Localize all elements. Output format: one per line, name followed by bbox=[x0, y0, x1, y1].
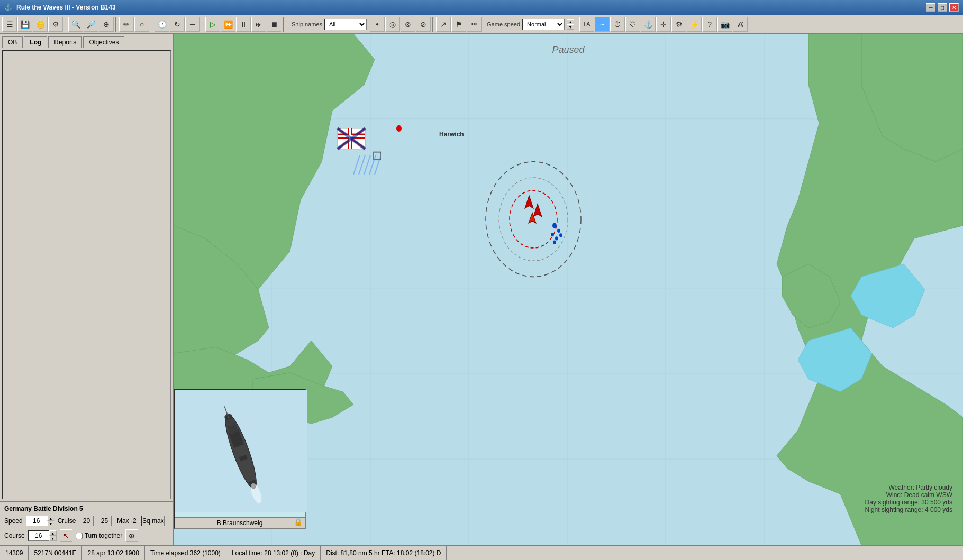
status-elapsed: Time elapsed 362 (1000) bbox=[145, 546, 226, 560]
status-date: 28 apr 13:02 1900 bbox=[82, 546, 144, 560]
status-local-time: Local time: 28 13:02 (0) : Day bbox=[226, 546, 321, 560]
print-button[interactable]: 🖨 bbox=[733, 17, 748, 32]
step-button[interactable]: ⏭ bbox=[251, 17, 266, 32]
dot-button[interactable]: ● bbox=[370, 17, 385, 32]
title-bar: ⚓ Rule the Waves III - Version B143 ─ □ … bbox=[0, 0, 963, 15]
ship-name-section: Ship names All None Selected bbox=[292, 19, 367, 30]
history-button[interactable]: ⏱ bbox=[610, 17, 625, 32]
play-button[interactable]: ▷ bbox=[205, 17, 220, 32]
maximize-button[interactable]: □ bbox=[938, 3, 947, 12]
sq-max-value: Sq max bbox=[141, 516, 165, 526]
svg-point-50 bbox=[555, 236, 558, 240]
harwich-label: Harwich bbox=[439, 131, 464, 138]
ship-names-select[interactable]: All None Selected bbox=[324, 19, 367, 30]
course-down-btn[interactable]: ▼ bbox=[49, 536, 57, 541]
course-arrow-btn[interactable]: ↖ bbox=[60, 529, 72, 542]
target-button[interactable]: ◎ bbox=[385, 17, 400, 32]
turn-together-label: Turn together bbox=[76, 532, 123, 539]
speed-label: Speed bbox=[4, 517, 23, 525]
svg-point-40 bbox=[396, 125, 402, 132]
title-text: Rule the Waves III - Version B143 bbox=[16, 4, 116, 11]
sep3 bbox=[151, 17, 153, 32]
ship-preview-name: B Braunschweig bbox=[175, 517, 305, 528]
zoom-out-button[interactable]: 🔎 bbox=[84, 17, 98, 32]
ship-preview: B Braunschweig 🔒 bbox=[174, 389, 306, 529]
speed-down-btn[interactable]: ▼ bbox=[567, 24, 574, 30]
info-overlay: Weather: Partly cloudy Wind: Dead calm W… bbox=[865, 484, 952, 513]
app-icon: ⚓ bbox=[4, 4, 12, 11]
circle-button[interactable]: ○ bbox=[134, 17, 149, 32]
tab-log[interactable]: Log bbox=[24, 36, 47, 48]
title-bar-left: ⚓ Rule the Waves III - Version B143 bbox=[4, 4, 116, 11]
save-button[interactable]: 💾 bbox=[17, 17, 32, 32]
anchor-button[interactable]: ⚓ bbox=[641, 17, 656, 32]
speed-down-btn[interactable]: ▼ bbox=[47, 521, 54, 526]
stop-button[interactable]: ⏹ bbox=[267, 17, 281, 32]
water-button[interactable]: ~ bbox=[595, 17, 610, 32]
toolbar-mid-group: ● ◎ ⊗ ⊘ ↗ ⚑ ••• bbox=[370, 17, 482, 32]
zoom-fit-button[interactable]: ⊕ bbox=[99, 17, 114, 32]
fa-button[interactable]: FA bbox=[579, 17, 594, 32]
left-panel: OB Log Reports Objectives Germany Battle… bbox=[0, 34, 174, 545]
ship-names-label: Ship names bbox=[292, 21, 322, 27]
cross-button[interactable]: ✛ bbox=[656, 17, 671, 32]
tab-ob[interactable]: OB bbox=[2, 36, 23, 48]
ff-button[interactable]: ⏩ bbox=[221, 17, 235, 32]
design-button[interactable]: ⚙ bbox=[48, 17, 63, 32]
game-speed-label: Game speed bbox=[487, 21, 520, 27]
main-area: OB Log Reports Objectives Germany Battle… bbox=[0, 34, 963, 545]
tab-objectives[interactable]: Objectives bbox=[83, 36, 124, 48]
shield-button[interactable]: 🛡 bbox=[625, 17, 640, 32]
question-button[interactable]: ? bbox=[702, 17, 717, 32]
flag-button[interactable]: ⚑ bbox=[451, 17, 466, 32]
svg-point-48 bbox=[557, 229, 560, 233]
course-up-btn[interactable]: ▲ bbox=[49, 530, 57, 536]
status-coord1: 14309 bbox=[0, 546, 29, 560]
game-speed-section: Game speed Slow Normal Fast Very Fast ▲ … bbox=[487, 19, 574, 30]
zoom-in-button[interactable]: 🔍 bbox=[68, 17, 83, 32]
course-spinners: ▲ ▼ bbox=[49, 530, 57, 541]
speed-row: Speed ▲ ▼ Cruise 20 25 Max -2 Sq max bbox=[4, 516, 169, 526]
pencil-button[interactable]: ✏ bbox=[119, 17, 134, 32]
title-bar-controls: ─ □ ✕ bbox=[926, 3, 959, 12]
max-minus-value: Max -2 bbox=[115, 516, 138, 526]
speed-input[interactable] bbox=[26, 516, 47, 526]
lock-icon: 🔒 bbox=[294, 518, 303, 526]
speed-up-btn[interactable]: ▲ bbox=[47, 516, 54, 521]
refresh-button[interactable]: ↻ bbox=[170, 17, 185, 32]
speed-up-btn[interactable]: ▲ bbox=[567, 19, 574, 24]
arrow-button[interactable]: ↗ bbox=[436, 17, 451, 32]
excl-button[interactable]: ⊘ bbox=[416, 17, 431, 32]
game-speed-select[interactable]: Slow Normal Fast Very Fast bbox=[522, 19, 565, 30]
minus-button[interactable]: ─ bbox=[185, 17, 200, 32]
pause-button[interactable]: ⏸ bbox=[236, 17, 251, 32]
target2-button[interactable]: ⊗ bbox=[401, 17, 415, 32]
course-input-wrap: ▲ ▼ bbox=[28, 530, 57, 541]
settings-button[interactable]: ⚙ bbox=[671, 17, 686, 32]
day-sight-text: Day sighting range: 30 500 yds bbox=[865, 499, 952, 506]
wind-text: Wind: Dead calm WSW bbox=[865, 491, 952, 499]
speed-spinners: ▲ ▼ bbox=[47, 516, 54, 526]
status-dist: Dist: 81,80 nm 5 hr ETA: 18:02 (18:02) D bbox=[321, 546, 447, 560]
compass-button[interactable]: ⊕ bbox=[125, 529, 138, 542]
minimize-button[interactable]: ─ bbox=[926, 3, 935, 12]
course-label: Course bbox=[4, 532, 25, 539]
status-bar: 14309 5217N 00441E 28 apr 13:02 1900 Tim… bbox=[0, 545, 963, 560]
main-menu-button[interactable]: ☰ bbox=[2, 17, 17, 32]
cruise-value: 20 bbox=[79, 516, 94, 526]
left-bottom: Germany Battle Division 5 Speed ▲ ▼ Crui… bbox=[0, 501, 173, 545]
tab-reports[interactable]: Reports bbox=[48, 36, 82, 48]
course-input[interactable] bbox=[28, 530, 49, 541]
gold-button[interactable]: 🪙 bbox=[33, 17, 48, 32]
lightning-button[interactable]: ⚡ bbox=[687, 17, 702, 32]
clock-button[interactable]: 🕐 bbox=[155, 17, 169, 32]
map-area[interactable]: Harwich Paused bbox=[174, 34, 963, 545]
close-button[interactable]: ✕ bbox=[949, 3, 959, 12]
camera-button[interactable]: 📷 bbox=[717, 17, 732, 32]
night-sight-text: Night sighting range: 4 000 yds bbox=[865, 506, 952, 513]
turn-together-checkbox[interactable] bbox=[76, 533, 83, 539]
dots-button[interactable]: ••• bbox=[467, 17, 482, 32]
course-row: Course ▲ ▼ ↖ Turn together ⊕ bbox=[4, 529, 169, 542]
svg-point-52 bbox=[553, 240, 556, 244]
sep4 bbox=[202, 17, 204, 32]
